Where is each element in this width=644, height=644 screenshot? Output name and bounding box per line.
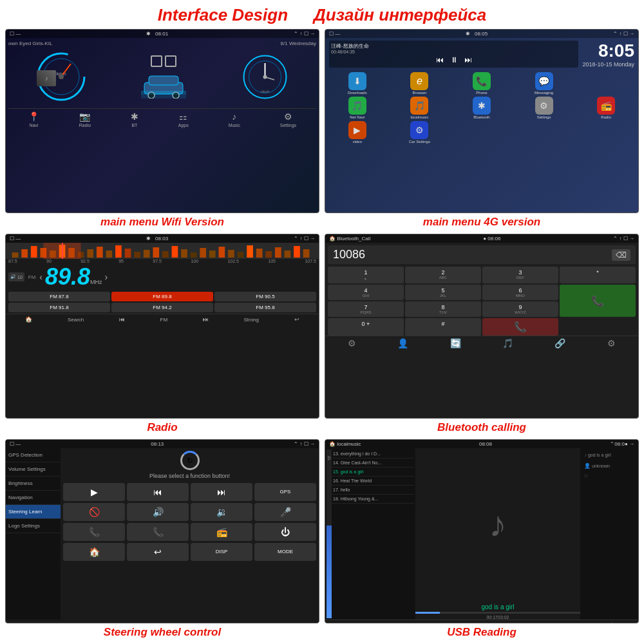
playlist-btn[interactable]: ☰ bbox=[349, 622, 356, 623]
song-16[interactable]: 16. Heal The World bbox=[332, 477, 414, 486]
preset-2-active[interactable]: FM 89.8 bbox=[111, 292, 213, 301]
bt-link-icon[interactable]: 🔗 bbox=[554, 338, 565, 348]
key-7[interactable]: 7PQRS bbox=[328, 301, 404, 317]
btn-home[interactable]: 🏠 bbox=[63, 543, 125, 561]
preset-5[interactable]: FM 94.2 bbox=[111, 303, 213, 312]
bt-music-icon[interactable]: 🎵 bbox=[502, 338, 513, 348]
next-freq-btn[interactable]: › bbox=[105, 272, 108, 282]
progress-bar[interactable] bbox=[415, 612, 580, 614]
btn-vol-up[interactable]: 🔊 bbox=[127, 503, 189, 521]
prev-btn[interactable]: ⏮ bbox=[436, 55, 444, 64]
app-phone[interactable]: 📞 Phone bbox=[451, 72, 512, 95]
sidebar-volume[interactable]: Volume Settings bbox=[6, 462, 61, 477]
favorite-btn[interactable]: ♡ bbox=[583, 473, 636, 480]
end-call-button[interactable]: 📞 bbox=[482, 318, 558, 336]
prev-btn[interactable]: ⏮ bbox=[119, 316, 125, 323]
key-3[interactable]: 3DEF bbox=[482, 267, 558, 283]
preset-6[interactable]: FM 95.8 bbox=[214, 303, 316, 312]
btn-disp[interactable]: DISP bbox=[191, 543, 252, 561]
song-14[interactable]: 14. Glee Cast-Ain't No... bbox=[332, 459, 414, 468]
playing-title: god is a girl bbox=[481, 603, 514, 611]
key-9[interactable]: 9WXYZ bbox=[482, 301, 558, 317]
key-2[interactable]: 2ABC bbox=[405, 267, 481, 283]
btn-mic[interactable]: 🎤 bbox=[254, 503, 316, 521]
app-carsettings[interactable]: ⚙ Car Settings bbox=[390, 121, 450, 144]
cell-steering: ☐ — 08:13 ⌃ ↑ ☐ → GPS Detection Volume S… bbox=[5, 439, 319, 639]
statusbar-4g: ☐ — ✱ 08:05 ⌃ ↑ ☐ → bbox=[325, 30, 638, 38]
sidebar-logo[interactable]: Logo Settings bbox=[6, 519, 61, 533]
song-15-active[interactable]: 15. god is a girl bbox=[332, 468, 414, 477]
search-btn[interactable]: Search bbox=[68, 317, 84, 323]
btn-power[interactable]: ⏻ bbox=[254, 523, 316, 541]
btn-gps[interactable]: GPS bbox=[254, 483, 316, 501]
next-btn[interactable]: ⏭ bbox=[203, 316, 209, 323]
btn-prev[interactable]: ⏮ bbox=[127, 483, 189, 501]
nav-navi[interactable]: 📍 Navi bbox=[28, 111, 39, 128]
key-5[interactable]: 5JKL bbox=[405, 285, 481, 300]
equalizer-btn[interactable]: ⚡ bbox=[605, 622, 614, 623]
call-button[interactable]: 📞 bbox=[560, 285, 636, 317]
btn-next[interactable]: ⏭ bbox=[191, 483, 252, 501]
key-4[interactable]: 4GHI bbox=[328, 285, 404, 300]
key-star[interactable]: * bbox=[560, 267, 636, 283]
repeat-btn[interactable]: ↩ bbox=[400, 622, 406, 623]
wifi-navbar: 📍 Navi 📷 Radio ✱ BT ⚏ bbox=[8, 108, 316, 130]
key-6[interactable]: 6MNO bbox=[482, 285, 558, 300]
next-track-btn[interactable]: ⏭ bbox=[553, 622, 561, 623]
fm-btn[interactable]: FM bbox=[160, 317, 168, 323]
song-list: 13. everything i do I D... 14. Glee Cast… bbox=[332, 450, 414, 618]
app-radio[interactable]: 📻 Radio bbox=[576, 97, 636, 119]
song-17[interactable]: 17. hello bbox=[332, 486, 414, 495]
btn-radio[interactable]: 📻 bbox=[191, 523, 252, 541]
nav-music[interactable]: ♪ Music bbox=[229, 111, 240, 128]
song-18[interactable]: 18. Hillsong Young &... bbox=[332, 495, 414, 504]
app-messaging[interactable]: 💬 Messaging bbox=[514, 72, 574, 95]
song-13[interactable]: 13. everything i do I D... bbox=[332, 450, 414, 459]
home-btn[interactable]: 🏠 bbox=[25, 316, 32, 323]
key-0[interactable]: 0 + bbox=[328, 318, 404, 336]
svg-rect-40 bbox=[218, 247, 225, 258]
btn-play[interactable]: ▶ bbox=[63, 483, 125, 501]
time-panel: 8:05 2018-10-15 Monday bbox=[582, 41, 634, 68]
btn-vol-down[interactable]: 🔉 bbox=[191, 503, 252, 521]
btn-mode[interactable]: MODE bbox=[254, 543, 316, 561]
btn-mute[interactable]: 🚫 bbox=[63, 503, 125, 521]
app-localmusic[interactable]: 🎵 localmusic bbox=[390, 97, 450, 119]
pause-track-btn[interactable]: ⏸ bbox=[502, 622, 509, 623]
app-browser[interactable]: e Browser bbox=[390, 72, 450, 95]
preset-4[interactable]: FM 91.8 bbox=[8, 303, 110, 312]
bt-recent-icon[interactable]: 🔄 bbox=[450, 338, 461, 348]
nav-apps[interactable]: ⚏ Apps bbox=[178, 111, 189, 128]
key-1[interactable]: 1ₒ꜀ bbox=[328, 267, 404, 283]
app-video[interactable]: ▶ video bbox=[327, 121, 388, 144]
prev-track-btn[interactable]: ⏮ bbox=[450, 622, 458, 623]
bt-settings-icon[interactable]: ⚙ bbox=[607, 338, 616, 348]
backspace-btn[interactable]: ⌫ bbox=[612, 249, 630, 261]
sidebar-steering-learn[interactable]: Steering Learn bbox=[6, 505, 61, 519]
btn-call[interactable]: 📞 bbox=[63, 523, 125, 541]
bt-contacts-icon[interactable]: 👤 bbox=[397, 338, 408, 348]
btn-back[interactable]: ↩ bbox=[127, 543, 189, 561]
next-btn[interactable]: ⏭ bbox=[464, 55, 472, 64]
nav-bt[interactable]: ✱ BT bbox=[131, 111, 138, 128]
nav-radio[interactable]: 📷 Radio bbox=[79, 111, 91, 128]
preset-3[interactable]: FM 90.5 bbox=[214, 292, 316, 301]
key-hash[interactable]: # bbox=[405, 318, 481, 336]
app-bluetooth[interactable]: ✱ Bluetooth bbox=[451, 97, 512, 119]
bt-keyboard-icon[interactable]: ⚙ bbox=[348, 338, 356, 348]
preset-1[interactable]: FM 87.8 bbox=[8, 292, 110, 301]
sidebar-navigation[interactable]: Navigation bbox=[6, 491, 61, 505]
sidebar-gps[interactable]: GPS Detection bbox=[6, 448, 61, 462]
nav-settings[interactable]: ⚙ Settings bbox=[280, 111, 296, 128]
strong-btn[interactable]: Strong bbox=[243, 317, 259, 323]
sidebar-brightness[interactable]: Brightness bbox=[6, 477, 61, 491]
btn-end[interactable]: 📞 bbox=[127, 523, 189, 541]
app-settings-center[interactable]: ⚙ Settings bbox=[514, 97, 574, 119]
key-8[interactable]: 8TUV bbox=[405, 301, 481, 317]
prev-freq-btn[interactable]: ‹ bbox=[39, 272, 43, 282]
app-netnavi[interactable]: 🎵 Net Navi bbox=[327, 97, 388, 119]
svg-point-15 bbox=[263, 75, 267, 79]
app-downloads[interactable]: ⬇ Downloads bbox=[327, 72, 388, 95]
back-btn[interactable]: ↩ bbox=[294, 316, 299, 323]
pause-btn[interactable]: ⏸ bbox=[450, 55, 458, 64]
